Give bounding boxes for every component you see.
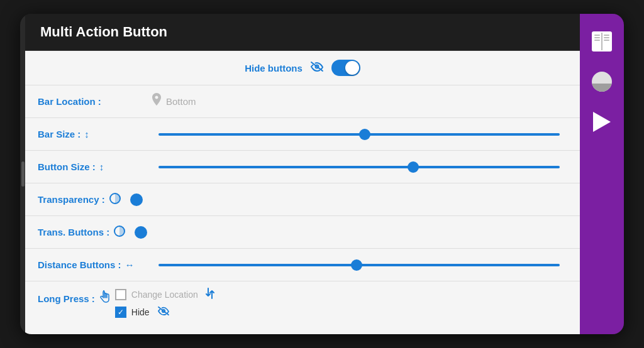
- toggle-knob: [345, 61, 359, 75]
- right-sidebar: [580, 14, 624, 334]
- transparency-label: Transparency :: [38, 192, 151, 207]
- hide-label: Hide: [131, 307, 150, 317]
- svg-rect-13: [604, 37, 609, 38]
- title-bar: Multi Action Button: [25, 14, 580, 51]
- arrows-h-icon: ↔: [125, 259, 135, 270]
- bar-size-slider[interactable]: [158, 133, 560, 136]
- eye-slash-icon: [310, 61, 324, 75]
- svg-rect-10: [594, 37, 600, 38]
- distance-buttons-label: Distance Buttons : ↔: [38, 259, 151, 270]
- hide-buttons-row: Hide buttons: [25, 51, 580, 85]
- device-frame: Multi Action Button Hide buttons: [20, 14, 624, 334]
- trans-buttons-label: Trans. Buttons :: [38, 225, 151, 239]
- change-location-checkbox[interactable]: [115, 289, 126, 300]
- distance-buttons-slider[interactable]: [158, 264, 560, 266]
- long-press-options: Change Location ✓ Hide: [115, 288, 214, 318]
- bar-location-row: Bar Location : Bottom: [25, 85, 580, 118]
- transparency-row: Transparency :: [25, 183, 580, 216]
- bar-size-track: [158, 133, 560, 136]
- button-size-slider[interactable]: [158, 166, 560, 168]
- svg-rect-12: [604, 35, 609, 36]
- circle-half-icon-2: [113, 225, 126, 239]
- sidebar-item-book[interactable]: [580, 21, 624, 62]
- hide-eye-slash-icon: [157, 306, 170, 318]
- side-notch: [20, 161, 25, 187]
- swap-v-icon: [206, 288, 214, 301]
- bar-size-thumb: [359, 129, 370, 140]
- svg-rect-9: [594, 35, 600, 36]
- location-pin-icon: [151, 93, 162, 110]
- play-icon: [593, 112, 611, 132]
- arrows-v-icon-2: ↕: [99, 161, 104, 172]
- distance-buttons-track: [158, 264, 560, 266]
- bar-size-row: Bar Size : ↕: [25, 118, 580, 151]
- change-location-option[interactable]: Change Location: [115, 288, 214, 301]
- notch-bar-1: [21, 161, 25, 187]
- button-size-track: [158, 166, 560, 168]
- change-location-label: Change Location: [131, 290, 198, 300]
- svg-rect-14: [604, 40, 609, 41]
- bar-location-label: Bar Location :: [38, 96, 151, 107]
- button-size-row: Button Size : ↕: [25, 151, 580, 183]
- hide-buttons-label: Hide buttons: [245, 63, 303, 73]
- sidebar-item-play[interactable]: [580, 102, 624, 142]
- button-size-thumb: [408, 161, 419, 173]
- hide-buttons-toggle[interactable]: [331, 60, 360, 76]
- long-press-label: Long Press :: [38, 288, 110, 307]
- bar-location-value: Bottom: [166, 96, 196, 107]
- book-icon: [592, 31, 612, 52]
- long-press-row: Long Press : C: [25, 281, 580, 325]
- hide-option[interactable]: ✓ Hide: [115, 306, 214, 318]
- main-content: Multi Action Button Hide buttons: [25, 14, 580, 334]
- circle-half-icon-1: [109, 192, 121, 207]
- bar-size-label: Bar Size : ↕: [38, 129, 151, 139]
- trans-buttons-dot: [135, 226, 147, 239]
- svg-rect-11: [594, 40, 600, 41]
- sidebar-item-ball[interactable]: [580, 62, 624, 102]
- page-title: Multi Action Button: [40, 24, 565, 40]
- arrows-v-icon-1: ↕: [84, 129, 89, 139]
- trans-buttons-row: Trans. Buttons :: [25, 216, 580, 249]
- button-size-label: Button Size : ↕: [38, 161, 151, 172]
- hide-checkbox[interactable]: ✓: [115, 307, 126, 318]
- touch-icon: [99, 290, 110, 307]
- ball-icon: [592, 72, 612, 92]
- settings-panel: Hide buttons Bar Location :: [25, 51, 580, 334]
- distance-buttons-thumb: [351, 259, 362, 271]
- distance-buttons-row: Distance Buttons : ↔: [25, 249, 580, 281]
- transparency-dot: [130, 193, 143, 206]
